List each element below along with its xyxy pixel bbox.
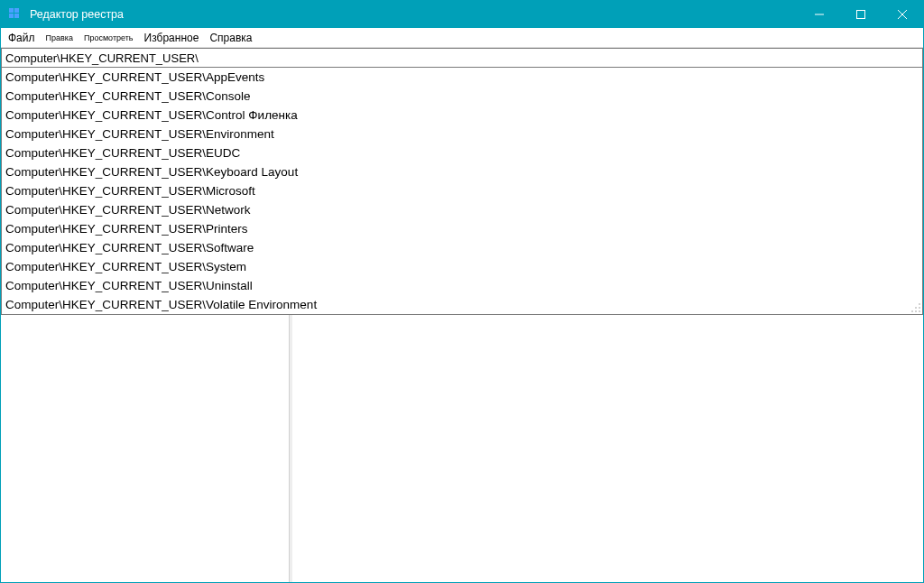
svg-point-11	[911, 310, 913, 312]
menu-view[interactable]: Просмотреть	[79, 32, 139, 44]
autocomplete-item[interactable]: Computer\HKEY_CURRENT_USER\AppEvents	[2, 68, 922, 87]
autocomplete-item[interactable]: Computer\HKEY_CURRENT_USER\Environment	[2, 125, 922, 143]
address-bar-wrapper	[1, 48, 923, 68]
svg-rect-0	[9, 8, 14, 13]
menu-edit[interactable]: Правка	[41, 32, 79, 44]
autocomplete-item[interactable]: Computer\HKEY_CURRENT_USER\Software	[2, 238, 922, 257]
registry-tree-pane[interactable]	[1, 315, 290, 582]
close-button[interactable]	[882, 1, 923, 28]
autocomplete-item[interactable]: Computer\HKEY_CURRENT_USER\Volatile Envi…	[2, 295, 922, 314]
svg-rect-5	[857, 11, 865, 19]
svg-point-8	[919, 303, 920, 305]
resize-grip-icon[interactable]	[909, 301, 921, 313]
app-icon	[8, 7, 23, 22]
svg-point-10	[919, 307, 920, 309]
maximize-button[interactable]	[840, 1, 882, 28]
menu-help[interactable]: Справка	[204, 30, 257, 46]
registry-values-pane[interactable]	[292, 315, 923, 582]
menu-favorites[interactable]: Избранное	[139, 30, 205, 46]
autocomplete-item[interactable]: Computer\HKEY_CURRENT_USER\Keyboard Layo…	[2, 162, 922, 181]
window-controls	[799, 1, 923, 28]
autocomplete-item[interactable]: Computer\HKEY_CURRENT_USER\Network	[2, 200, 922, 219]
minimize-button[interactable]	[799, 1, 840, 28]
address-input[interactable]	[1, 48, 923, 68]
autocomplete-item[interactable]: Computer\HKEY_CURRENT_USER\Uninstall	[2, 276, 922, 295]
autocomplete-item[interactable]: Computer\HKEY_CURRENT_USER\Microsoft	[2, 181, 922, 200]
window-title: Редактор реестра	[30, 8, 799, 21]
main-panes	[1, 315, 923, 582]
autocomplete-item[interactable]: Computer\HKEY_CURRENT_USER\Printers	[2, 219, 922, 238]
autocomplete-item[interactable]: Computer\HKEY_CURRENT_USER\EUDC	[2, 143, 922, 162]
autocomplete-item[interactable]: Computer\HKEY_CURRENT_USER\Console	[2, 87, 922, 106]
registry-editor-window: Редактор реестра Файл Правка Просмотреть…	[0, 0, 924, 583]
svg-point-9	[915, 307, 917, 309]
autocomplete-dropdown: Computer\HKEY_CURRENT_USER\AppEvents Com…	[1, 68, 923, 315]
svg-point-12	[915, 310, 917, 312]
menu-file[interactable]: Файл	[3, 30, 41, 46]
menubar: Файл Правка Просмотреть Избранное Справк…	[1, 28, 923, 48]
svg-point-13	[919, 310, 920, 312]
svg-rect-3	[14, 14, 19, 18]
autocomplete-item[interactable]: Computer\HKEY_CURRENT_USER\System	[2, 257, 922, 276]
titlebar: Редактор реестра	[1, 1, 923, 28]
autocomplete-item[interactable]: Computer\HKEY_CURRENT_USER\Control Филен…	[2, 106, 922, 125]
svg-rect-2	[9, 14, 14, 18]
svg-rect-1	[14, 8, 19, 13]
